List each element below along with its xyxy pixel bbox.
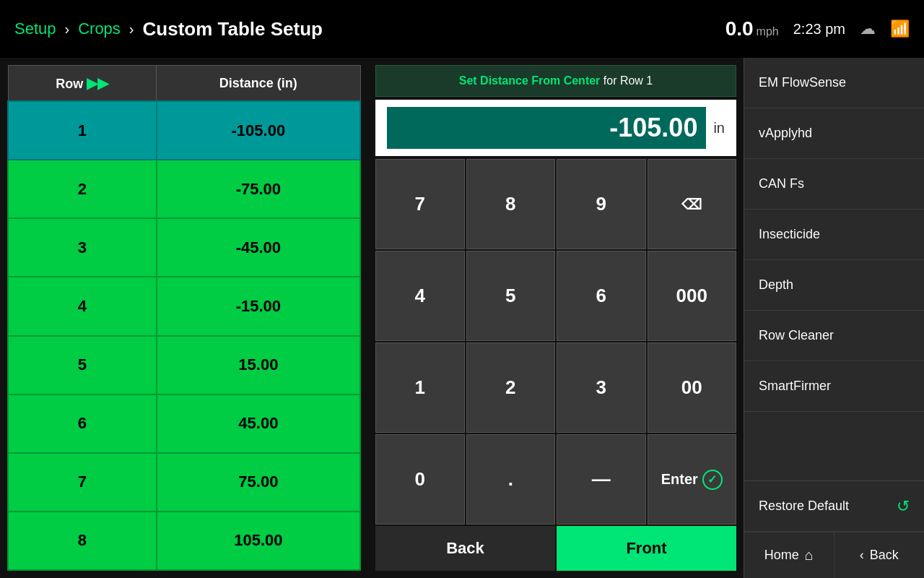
row-distance: -75.00 <box>157 160 360 218</box>
home-icon: ⌂ <box>805 547 814 564</box>
sidebar: EM FlowSensevApplyhdCAN FsInsecticideDep… <box>744 58 924 578</box>
minus-button[interactable]: — <box>557 434 646 525</box>
key-3-button[interactable]: 3 <box>557 342 646 433</box>
sidebar-item-row-cleaner[interactable]: Row Cleaner <box>744 311 924 361</box>
row-number: 8 <box>8 512 157 570</box>
enter-circle-icon: ✓ <box>702 470 723 490</box>
key-00-button[interactable]: 00 <box>648 342 737 433</box>
breadcrumb-crops[interactable]: Crops <box>78 20 121 38</box>
breadcrumb-area: Setup › Crops › Custom Table Setup <box>14 18 725 40</box>
keypad-area: Set Distance From Center for Row 1 -105.… <box>368 58 744 578</box>
key-1-button[interactable]: 1 <box>375 342 465 433</box>
sidebar-item-vapplyhd[interactable]: vApplyhd <box>744 108 924 159</box>
sidebar-item-insecticide[interactable]: Insecticide <box>744 210 924 260</box>
enter-button[interactable]: Enter✓ <box>648 434 737 525</box>
time-display: 2:23 pm <box>793 21 845 38</box>
row-number: 6 <box>8 394 157 453</box>
home-button[interactable]: Home ⌂ <box>744 532 834 578</box>
key-0-button[interactable]: 0 <box>375 434 465 525</box>
home-label: Home <box>764 548 799 563</box>
key-000-button[interactable]: 000 <box>648 251 737 341</box>
row-number: 3 <box>8 218 157 277</box>
restore-label: Restore Default <box>759 499 849 514</box>
table-row[interactable]: 7 75.00 <box>8 453 360 512</box>
table-row[interactable]: 1 -105.00 <box>8 101 360 160</box>
sidebar-item-label: EM FlowSense <box>759 75 846 90</box>
speed-unit: mph <box>757 25 779 38</box>
sidebar-item-smartfirmer[interactable]: SmartFirmer <box>744 361 924 412</box>
keypad-unit: in <box>713 120 725 137</box>
sidebar-item-label: Depth <box>759 277 793 293</box>
table-area: Row ▶▶ Distance (in) 1 -105.00 2 -75.00 … <box>0 58 368 578</box>
key-2-button[interactable]: 2 <box>466 342 556 433</box>
key-9-button[interactable]: 9 <box>557 159 646 249</box>
row-distance: -45.00 <box>157 218 360 277</box>
row-distance: -105.00 <box>157 101 360 160</box>
key-7-button[interactable]: 7 <box>375 159 465 249</box>
row-distance: 105.00 <box>157 512 360 570</box>
sidebar-item-label: CAN Fs <box>759 176 804 191</box>
keypad-footer: Back Front <box>375 526 736 571</box>
key-6-button[interactable]: 6 <box>557 251 646 341</box>
row-distance-table: Row ▶▶ Distance (in) 1 -105.00 2 -75.00 … <box>7 65 361 571</box>
key-4-button[interactable]: 4 <box>375 251 465 341</box>
row-distance: 45.00 <box>157 394 360 453</box>
for-row-value: for Row 1 <box>603 74 653 87</box>
decimal-button[interactable]: . <box>466 434 556 525</box>
backspace-button[interactable]: ⌫ <box>648 159 737 249</box>
sidebar-item-label: vApplyhd <box>759 126 812 141</box>
speed-value: 0.0 <box>725 17 754 40</box>
table-row[interactable]: 5 15.00 <box>8 336 360 394</box>
chevron-left-icon: ‹ <box>860 548 864 563</box>
sidebar-nav: Home ⌂ ‹ Back <box>744 532 924 578</box>
keypad-display: -105.00 in <box>375 100 736 156</box>
main-content: Row ▶▶ Distance (in) 1 -105.00 2 -75.00 … <box>0 58 924 578</box>
row-number: 7 <box>8 453 157 512</box>
sidebar-item-can-fs[interactable]: CAN Fs <box>744 159 924 210</box>
sidebar-item-depth[interactable]: Depth <box>744 260 924 311</box>
key-8-button[interactable]: 8 <box>466 159 556 249</box>
row-number: 4 <box>8 277 157 335</box>
back-nav-button[interactable]: ‹ Back <box>834 532 925 578</box>
cloud-icon: ☁ <box>860 20 876 38</box>
sidebar-bottom: Restore Default ↺ Home ⌂ ‹ Back <box>744 480 924 578</box>
breadcrumb-sep2: › <box>129 21 134 38</box>
arrow-icon: ▶▶ <box>87 75 108 91</box>
status-area: 0.0 mph 2:23 pm ☁ 📶 <box>725 17 910 40</box>
breadcrumb-sep1: › <box>65 21 70 38</box>
sidebar-item-em-flowsense[interactable]: EM FlowSense <box>744 58 924 108</box>
checkmark-icon: ✓ <box>707 473 717 486</box>
row-number: 2 <box>8 160 157 218</box>
header-row: Row ▶▶ <box>8 66 157 102</box>
keypad-grid: 789⌫456000123000.—Enter✓ <box>375 159 736 525</box>
sidebar-items: EM FlowSensevApplyhdCAN FsInsecticideDep… <box>744 58 924 412</box>
breadcrumb-setup[interactable]: Setup <box>14 20 56 38</box>
page-title: Custom Table Setup <box>143 18 323 40</box>
row-distance: -15.00 <box>157 277 360 335</box>
table-header-row: Row ▶▶ Distance (in) <box>8 66 360 102</box>
sidebar-item-label: Row Cleaner <box>759 328 834 343</box>
row-number: 1 <box>8 101 157 160</box>
table-row[interactable]: 4 -15.00 <box>8 277 360 335</box>
keypad-value: -105.00 <box>387 107 706 149</box>
restore-default-button[interactable]: Restore Default ↺ <box>744 481 924 532</box>
restore-icon: ↺ <box>897 497 910 516</box>
key-5-button[interactable]: 5 <box>466 251 556 341</box>
sidebar-item-label: SmartFirmer <box>759 379 831 394</box>
header-distance: Distance (in) <box>157 66 360 102</box>
sidebar-item-label: Insecticide <box>759 227 820 242</box>
set-distance-label: Set Distance From Center <box>459 74 601 87</box>
table-row[interactable]: 8 105.00 <box>8 512 360 570</box>
table-row[interactable]: 3 -45.00 <box>8 218 360 277</box>
enter-label: Enter <box>661 471 698 488</box>
row-distance: 15.00 <box>157 336 360 394</box>
row-number: 5 <box>8 336 157 394</box>
keypad-header: Set Distance From Center for Row 1 <box>375 65 736 97</box>
topbar: Setup › Crops › Custom Table Setup 0.0 m… <box>0 0 924 58</box>
table-row[interactable]: 2 -75.00 <box>8 160 360 218</box>
table-row[interactable]: 6 45.00 <box>8 394 360 453</box>
speed-display: 0.0 mph <box>725 17 779 40</box>
back-button[interactable]: Back <box>375 526 555 571</box>
front-button[interactable]: Front <box>557 526 736 571</box>
back-nav-label: Back <box>870 548 899 563</box>
